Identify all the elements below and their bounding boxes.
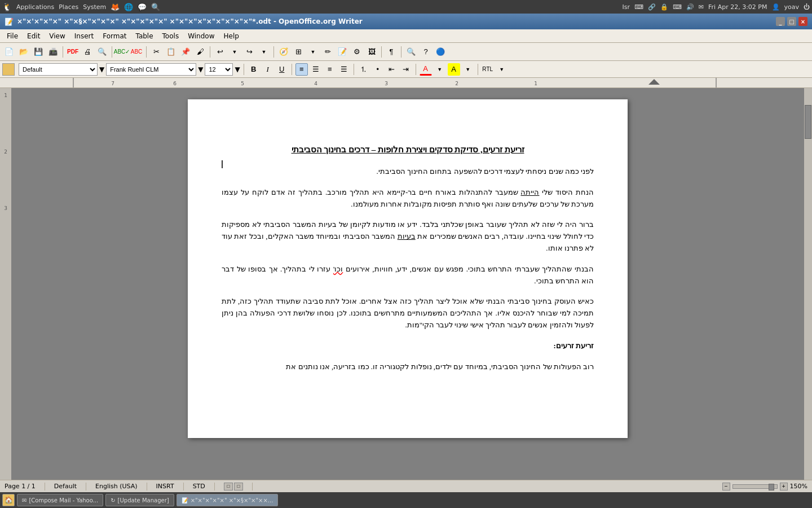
decrease-indent-button[interactable]: ⇤ — [386, 63, 398, 76]
places-menu[interactable]: Places — [59, 3, 78, 11]
redo-dropdown[interactable]: ▼ — [257, 45, 271, 59]
insert-edit-button[interactable]: ✏ — [321, 45, 334, 59]
menu-format[interactable]: Format — [98, 31, 131, 41]
redo-button[interactable]: ↪ — [242, 45, 256, 59]
rtl-dropdown[interactable]: ▼ — [496, 63, 508, 76]
power-icon[interactable]: ⏻ — [804, 3, 810, 11]
zoom-button[interactable]: 🔍 — [404, 45, 418, 59]
style-color-box[interactable] — [2, 63, 15, 76]
menu-insert[interactable]: Insert — [70, 31, 98, 41]
start-icon[interactable]: 🏠 — [2, 494, 15, 506]
justify-button[interactable]: ☰ — [338, 63, 350, 76]
skype-icon[interactable]: 💬 — [138, 3, 147, 11]
forms-button[interactable]: 📝 — [336, 45, 349, 59]
style-dropdown-icon[interactable]: ▼ — [99, 65, 104, 73]
table-button[interactable]: ⊞ — [292, 45, 305, 59]
scrollbar-thumb[interactable] — [805, 105, 811, 139]
clone-button[interactable]: 🖌 — [193, 45, 207, 59]
font-dropdown-icon[interactable]: ▼ — [198, 65, 203, 73]
font-color-dropdown[interactable]: ▼ — [434, 63, 446, 76]
image-button[interactable]: 🖼 — [365, 45, 378, 59]
normal-view-btn[interactable]: □ — [224, 483, 233, 491]
table-dropdown[interactable]: ▼ — [306, 45, 320, 59]
preview-button[interactable]: 🔍 — [95, 45, 109, 59]
taskbar-updater[interactable]: ↻ [Update Manager] — [105, 494, 174, 506]
save-button[interactable]: 💾 — [32, 45, 45, 59]
align-right-button[interactable]: ≡ — [324, 63, 336, 76]
spellcheck2-button[interactable]: ABC — [130, 45, 143, 59]
help-button[interactable]: ? — [419, 45, 433, 59]
font-select[interactable]: Frank Ruehl CLM — [106, 63, 196, 76]
align-left-button[interactable]: ≡ — [295, 63, 308, 76]
volume-icon: 🔊 — [686, 3, 694, 11]
highlight-button[interactable]: A — [448, 63, 460, 76]
paste-button[interactable]: 📌 — [179, 45, 192, 59]
separator7 — [401, 46, 401, 58]
minimize-button[interactable]: _ — [776, 17, 785, 26]
maximize-button[interactable]: □ — [787, 17, 796, 26]
bold-button[interactable]: B — [248, 63, 260, 76]
vertical-scrollbar[interactable] — [804, 88, 812, 480]
document-page[interactable]: זריעת זרעים, סדיקת סדקים ויצירת חלופות –… — [188, 99, 628, 438]
firefox-icon[interactable]: 🦊 — [111, 3, 120, 11]
print-button[interactable]: 🖨 — [81, 45, 94, 59]
highlight-dropdown[interactable]: ▼ — [462, 63, 474, 76]
underline-button[interactable]: U — [276, 63, 288, 76]
applications-menu[interactable]: Applications — [16, 3, 54, 11]
font-color-button[interactable]: A — [420, 63, 432, 76]
numbered-list-button[interactable]: ⒈ — [358, 63, 370, 76]
zoom-in-button[interactable]: + — [780, 483, 788, 491]
rtl-button[interactable]: RTL — [482, 63, 494, 76]
increase-indent-button[interactable]: ⇥ — [400, 63, 412, 76]
menu-tools[interactable]: Tools — [158, 31, 184, 41]
menu-table[interactable]: Table — [131, 31, 158, 41]
navigator-button[interactable]: 🧭 — [277, 45, 290, 59]
search-icon[interactable]: 🔍 — [151, 3, 160, 11]
sep-fmt1 — [244, 64, 244, 75]
font-size-select[interactable]: 12 — [205, 63, 233, 76]
undo-dropdown[interactable]: ▼ — [228, 45, 241, 59]
datetime: Fri Apr 22, 3:02 PM — [708, 3, 767, 11]
taskbar-left: 🐧 Applications Places System 🦊 🌐 💬 🔍 — [2, 2, 160, 11]
copy-button[interactable]: 📋 — [164, 45, 178, 59]
align-center-button[interactable]: ☰ — [310, 63, 322, 76]
paragraph-5: כאיש העוסק בחינוך סביבתי הבנתי שלא אוכל … — [222, 296, 594, 331]
help2-button[interactable]: 🔵 — [434, 45, 447, 59]
menu-help[interactable]: Help — [219, 31, 243, 41]
spellcheck-button[interactable]: ABC✓ — [115, 45, 129, 59]
export-pdf-button[interactable]: PDF — [66, 45, 80, 59]
open-button[interactable]: 📂 — [17, 45, 30, 59]
nonprint-button[interactable]: ¶ — [385, 45, 398, 59]
size-dropdown-icon[interactable]: ▼ — [235, 65, 240, 73]
zoom-slider[interactable] — [732, 484, 778, 489]
taskbar-writer[interactable]: 📝 ×"×"×"×"×" ×"×§×"×"××... — [176, 494, 278, 506]
status-sep1 — [45, 483, 45, 491]
web-view-btn[interactable]: □ — [234, 483, 243, 491]
menu-window[interactable]: Window — [183, 31, 219, 41]
zoom-level: 150% — [790, 483, 807, 490]
italic-button[interactable]: I — [262, 63, 274, 76]
oo-writer-icon: 📝 — [5, 17, 14, 26]
close-button[interactable]: × — [798, 17, 807, 26]
status-sep6 — [252, 483, 253, 491]
new-button[interactable]: 📄 — [2, 45, 16, 59]
zoom-slider-thumb[interactable] — [769, 484, 774, 491]
writer-taskbar-icon: 📝 — [182, 497, 188, 503]
paragraph-style-select[interactable]: Default — [19, 63, 98, 76]
system-menu[interactable]: System — [83, 3, 106, 11]
macro-button[interactable]: ⚙ — [350, 45, 364, 59]
titlebar: 📝 ×"×'×"×"×" ×"×§×"×"×"×" ×"×"×"×"×" ×"×… — [0, 14, 812, 29]
menu-view[interactable]: View — [45, 31, 69, 41]
zoom-out-button[interactable]: − — [722, 483, 730, 491]
bullet-list-button[interactable]: • — [372, 63, 384, 76]
menu-file[interactable]: File — [2, 31, 23, 41]
fax-button[interactable]: 📠 — [46, 45, 60, 59]
svg-text:4: 4 — [314, 81, 317, 86]
undo-button[interactable]: ↩ — [213, 45, 227, 59]
browser-icon[interactable]: 🌐 — [124, 3, 133, 11]
menu-edit[interactable]: Edit — [23, 31, 45, 41]
distro-icon: 🐧 — [2, 2, 12, 11]
document-area[interactable]: זריעת זרעים, סדיקת סדקים ויצירת חלופות –… — [11, 88, 804, 480]
taskbar-mail[interactable]: ✉ [Compose Mail - Yahoo... — [17, 494, 103, 506]
cut-button[interactable]: ✂ — [149, 45, 163, 59]
